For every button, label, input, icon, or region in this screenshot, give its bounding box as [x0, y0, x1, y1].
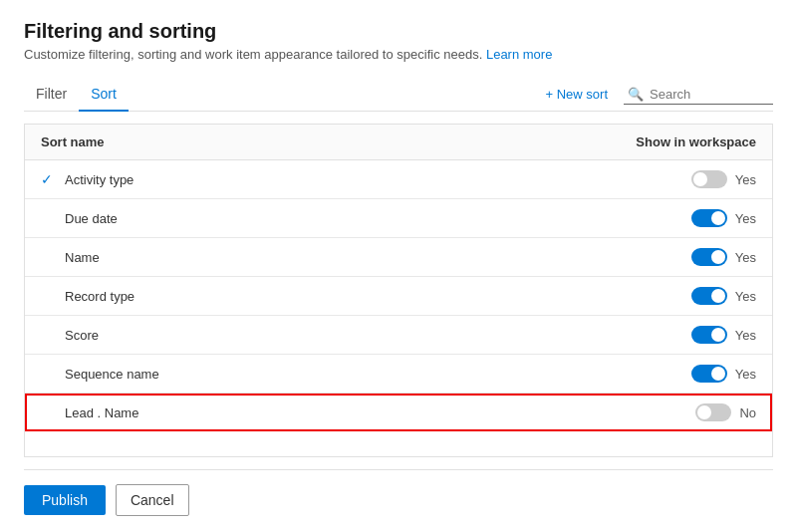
- sort-name-label: Score: [65, 328, 99, 343]
- table-row: Sequence nameYes: [25, 355, 772, 394]
- toggle-cell: Yes: [397, 199, 772, 238]
- sort-name-cell: Due date: [25, 199, 397, 238]
- learn-more-link[interactable]: Learn more: [486, 47, 552, 62]
- table-row: Due dateYes: [25, 199, 772, 238]
- toggle-switch[interactable]: [691, 365, 727, 383]
- toggle-switch[interactable]: [695, 403, 731, 421]
- col-show-workspace: Show in workspace: [397, 125, 772, 160]
- toggle-switch[interactable]: [691, 287, 727, 305]
- show-label: Yes: [735, 289, 756, 304]
- search-container: 🔍: [624, 85, 773, 105]
- tab-filter[interactable]: Filter: [24, 78, 79, 112]
- footer: Publish Cancel: [24, 469, 773, 516]
- sort-name-cell: ✓Activity type: [25, 160, 397, 199]
- sort-name-label: Sequence name: [65, 367, 159, 382]
- toggle-switch[interactable]: [691, 209, 727, 227]
- page-title: Filtering and sorting: [24, 20, 773, 43]
- sort-name-label: Record type: [65, 289, 134, 304]
- toggle-cell: Yes: [397, 277, 772, 316]
- toggle-cell: Yes: [397, 316, 772, 355]
- cancel-button[interactable]: Cancel: [116, 484, 189, 516]
- sort-name-label: Name: [65, 250, 100, 265]
- toggle-cell: Yes: [397, 355, 772, 394]
- table-row: Lead . NameNo: [25, 394, 772, 432]
- sort-name-label: Activity type: [65, 172, 133, 187]
- show-label: Yes: [735, 172, 756, 187]
- table-row: NameYes: [25, 238, 772, 277]
- page-subtitle: Customize filtering, sorting and work it…: [24, 47, 773, 62]
- sort-name-cell: Score: [25, 316, 397, 355]
- sort-name-cell: Lead . Name: [25, 394, 397, 432]
- toggle-cell: Yes: [397, 238, 772, 277]
- toggle-switch[interactable]: [691, 248, 727, 266]
- toggle-cell: No: [397, 394, 772, 432]
- tab-sort[interactable]: Sort: [79, 78, 129, 112]
- sort-name-label: Due date: [65, 211, 118, 226]
- table-row: Record typeYes: [25, 277, 772, 316]
- sort-name-cell: Name: [25, 238, 397, 277]
- toggle-cell: Yes: [397, 160, 772, 199]
- show-label: Yes: [735, 367, 756, 382]
- show-label: No: [739, 405, 756, 420]
- col-sort-name: Sort name: [25, 125, 397, 160]
- sort-name-label: Lead . Name: [65, 405, 138, 420]
- sort-table-container: Sort name Show in workspace ✓Activity ty…: [24, 124, 773, 457]
- sort-name-cell: Record type: [25, 277, 397, 316]
- publish-button[interactable]: Publish: [24, 485, 106, 515]
- check-icon: ✓: [41, 171, 57, 187]
- show-label: Yes: [735, 250, 756, 265]
- show-label: Yes: [735, 328, 756, 343]
- new-sort-button[interactable]: + New sort: [538, 83, 617, 106]
- toggle-switch[interactable]: [691, 326, 727, 344]
- search-icon: 🔍: [628, 87, 644, 102]
- sort-name-cell: Sequence name: [25, 355, 397, 394]
- table-row: ✓Activity typeYes: [25, 160, 772, 199]
- table-row: ScoreYes: [25, 316, 772, 355]
- toggle-switch[interactable]: [691, 170, 727, 188]
- show-label: Yes: [735, 211, 756, 226]
- search-input[interactable]: [650, 87, 769, 102]
- table-header: Sort name Show in workspace: [25, 125, 772, 160]
